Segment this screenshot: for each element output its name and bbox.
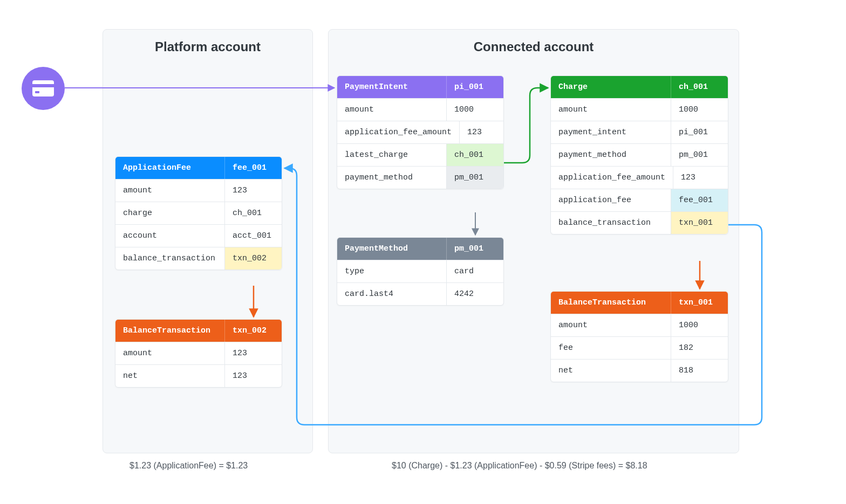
table-header-id: txn_002 <box>224 320 282 342</box>
connected-caption: $10 (Charge) - $1.23 (ApplicationFee) - … <box>392 461 647 471</box>
card-icon <box>22 67 65 110</box>
connected-panel-title: Connected account <box>329 39 739 54</box>
balance-transaction-1-table: BalanceTransaction txn_001 amount1000 fe… <box>550 291 728 382</box>
table-row: amount1000 <box>337 98 503 121</box>
table-header: PaymentMethod pm_001 <box>337 238 503 260</box>
application-fee-table: ApplicationFee fee_001 amount123 chargec… <box>115 156 282 270</box>
table-row: application_fee_amount123 <box>551 166 728 189</box>
table-header: PaymentIntent pi_001 <box>337 76 503 98</box>
table-row: amount1000 <box>551 98 728 121</box>
table-header-name: PaymentIntent <box>337 76 446 98</box>
table-row: typecard <box>337 260 503 282</box>
table-row: payment_intentpi_001 <box>551 121 728 143</box>
table-header-name: BalanceTransaction <box>115 320 224 342</box>
table-row: payment_methodpm_001 <box>551 143 728 166</box>
table-row: net123 <box>115 364 282 387</box>
table-header-id: txn_001 <box>671 292 728 314</box>
table-row: amount123 <box>115 342 282 364</box>
table-row: application_fee_amount123 <box>337 121 503 143</box>
payment-method-table: PaymentMethod pm_001 typecard card.last4… <box>337 237 504 306</box>
table-row: balance_transactiontxn_002 <box>115 247 282 270</box>
charge-table: Charge ch_001 amount1000 payment_intentp… <box>550 75 728 234</box>
platform-caption: $1.23 (ApplicationFee) = $1.23 <box>129 461 248 471</box>
table-header: BalanceTransaction txn_001 <box>551 292 728 314</box>
balance-transaction-2-table: BalanceTransaction txn_002 amount123 net… <box>115 319 282 388</box>
table-header: ApplicationFee fee_001 <box>115 157 282 179</box>
table-row: accountacct_001 <box>115 224 282 247</box>
table-row: amount123 <box>115 179 282 202</box>
table-row: amount1000 <box>551 314 728 336</box>
table-row: chargech_001 <box>115 202 282 224</box>
table-row: balance_transactiontxn_001 <box>551 211 728 234</box>
table-header: Charge ch_001 <box>551 76 728 98</box>
table-row: card.last44242 <box>337 282 503 305</box>
table-header-id: ch_001 <box>671 76 728 98</box>
table-header-name: BalanceTransaction <box>551 292 671 314</box>
platform-panel-title: Platform account <box>103 39 312 54</box>
table-header-id: pi_001 <box>446 76 503 98</box>
table-row: net818 <box>551 359 728 382</box>
payment-intent-table: PaymentIntent pi_001 amount1000 applicat… <box>337 75 504 189</box>
svg-rect-0 <box>32 80 54 96</box>
svg-rect-2 <box>35 91 39 93</box>
table-row: fee182 <box>551 336 728 359</box>
table-header: BalanceTransaction txn_002 <box>115 320 282 342</box>
table-header-id: fee_001 <box>224 157 282 179</box>
table-row: payment_methodpm_001 <box>337 166 503 189</box>
svg-rect-1 <box>32 84 54 87</box>
table-header-id: pm_001 <box>446 238 503 260</box>
table-header-name: PaymentMethod <box>337 238 446 260</box>
table-header-name: ApplicationFee <box>115 157 224 179</box>
table-header-name: Charge <box>551 76 671 98</box>
table-row: latest_chargech_001 <box>337 143 503 166</box>
table-row: application_feefee_001 <box>551 189 728 211</box>
